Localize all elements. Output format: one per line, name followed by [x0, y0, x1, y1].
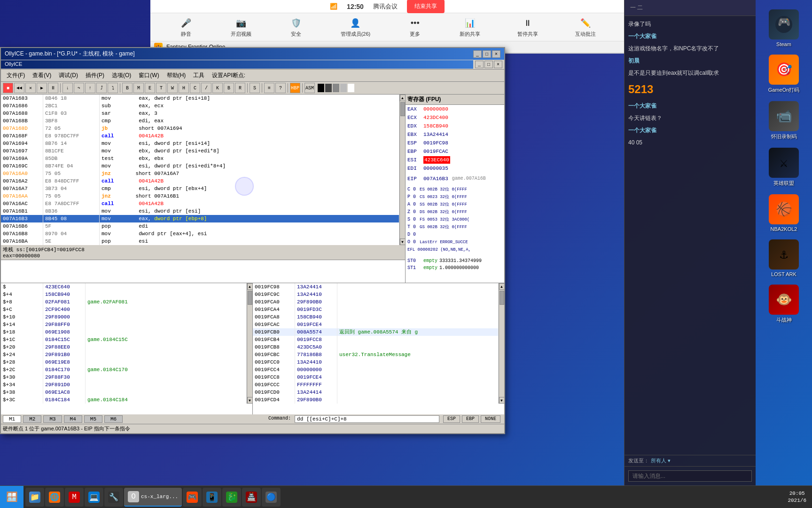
- table-row[interactable]: 007A169C 8B74FE 04 mov esi, dword ptr [e…: [1, 162, 399, 170]
- search-button[interactable]: ?: [275, 83, 286, 93]
- table-row[interactable]: 0019FC98 13A24414: [253, 283, 499, 291]
- hex-button[interactable]: ≡: [264, 83, 274, 93]
- close-proc-button[interactable]: ✕: [25, 83, 36, 93]
- pause-button[interactable]: ⏸: [48, 83, 58, 93]
- taskbar-item-app8[interactable]: 🔵: [262, 488, 281, 507]
- taskbar-item-olly[interactable]: O cs-x_larg...: [124, 488, 182, 507]
- desktop-icon-lol[interactable]: ⚔️ 英雄联盟: [763, 148, 805, 187]
- table-row[interactable]: 007A1683 8B46 18 mov eax, dword ptr [esi…: [1, 95, 399, 102]
- table-row[interactable]: 0019FCA4 0019FD3C: [253, 306, 499, 313]
- menu-debug[interactable]: 调试(D): [55, 71, 82, 80]
- table-row[interactable]: 007A16A2 E8 848DC7FF call 0041A42B: [1, 177, 399, 185]
- menu-tools[interactable]: 工具: [189, 71, 208, 80]
- step-over-button[interactable]: ↷: [74, 83, 84, 93]
- menu-file[interactable]: 文件(F): [3, 71, 29, 80]
- table-row[interactable]: 007A16A7 3B73 04 cmp esi, dword ptr [ebx…: [1, 185, 399, 192]
- mem-map-button[interactable]: M: [133, 83, 144, 93]
- menu-window[interactable]: 窗口(W): [135, 71, 163, 80]
- stop-button[interactable]: ■: [3, 83, 13, 93]
- close-button[interactable]: ×: [492, 50, 500, 58]
- taskbar-item-app4[interactable]: 🎮: [183, 488, 202, 507]
- source-button[interactable]: S: [250, 83, 260, 93]
- menu-api[interactable]: 设置API断点:: [208, 71, 249, 80]
- desktop-icon-record[interactable]: 📹 怀旧录制码: [763, 101, 805, 140]
- table-row[interactable]: 0019FCB0 008A5574 返回到 game.008A5574 来自 g: [253, 328, 499, 336]
- table-row[interactable]: 007A16B1 8B36 mov esi, dword ptr [esi]: [1, 207, 399, 215]
- security-button[interactable]: 🛡️ 安全: [289, 16, 304, 38]
- table-row[interactable]: $+38 069E1AC8: [1, 389, 247, 396]
- stack-vscrollbar[interactable]: ▲ ▼: [499, 283, 504, 404]
- chat-input-field[interactable]: [628, 470, 752, 482]
- stk-scroll-thumb[interactable]: [500, 291, 504, 305]
- mem-scroll-thumb[interactable]: [248, 291, 252, 305]
- animate-into-button[interactable]: ⤵: [108, 83, 118, 93]
- video-button[interactable]: 📷 开启视频: [231, 16, 251, 38]
- end-share-button[interactable]: 结束共享: [407, 0, 445, 13]
- taskbar-item-app1[interactable]: M: [65, 488, 84, 507]
- taskbar-item-browser[interactable]: 🌐: [45, 488, 64, 507]
- table-row[interactable]: $+C 2CF9C400: [1, 306, 247, 313]
- start-button[interactable]: 🪟: [0, 486, 23, 508]
- table-row[interactable]: 007A16B6 5F pop edi: [1, 222, 399, 230]
- desktop-icon-nba[interactable]: 🏀 NBA2KOL2: [763, 194, 805, 232]
- desktop-icon-lostark[interactable]: ⚓ LOST ARK: [763, 239, 805, 277]
- modules-button[interactable]: E: [145, 83, 155, 93]
- animate-over-button[interactable]: ⤴: [96, 83, 107, 93]
- taskbar-item-app3[interactable]: 🔧: [104, 488, 123, 507]
- asm-button[interactable]: ASM: [304, 83, 315, 93]
- table-row[interactable]: 007A16B3 8B45 08 mov eax, dword ptr [ebp…: [1, 215, 399, 222]
- run-button[interactable]: ▶: [37, 83, 47, 93]
- table-row[interactable]: 007A168B 3BF8 cmp edi, eax: [1, 117, 399, 125]
- table-row[interactable]: 007A1686 2BC1 sub eax, ecx: [1, 102, 399, 110]
- sec-close[interactable]: ×: [494, 61, 502, 68]
- table-row[interactable]: 0019FCC0 13A24410: [253, 358, 499, 366]
- table-row[interactable]: 007A16A0 75 05 jnz short 007A16A7: [1, 170, 399, 177]
- command-input[interactable]: [295, 415, 439, 423]
- tab-m5[interactable]: M5: [84, 415, 102, 423]
- more-button[interactable]: ••• 更多: [407, 16, 422, 38]
- table-row[interactable]: $+4 158CB940: [1, 291, 247, 298]
- table-row[interactable]: 0019FCBC 778186B8 user32.TranslateMessag…: [253, 351, 499, 358]
- table-row[interactable]: 0019FCC4 00000000: [253, 366, 499, 373]
- members-button[interactable]: 👤 管理成员(26): [341, 16, 371, 38]
- table-row[interactable]: 007A16B8 8970 04 mov dword ptr [eax+4], …: [1, 230, 399, 238]
- minimize-button[interactable]: _: [473, 50, 482, 58]
- tab-m1[interactable]: M1: [3, 415, 21, 423]
- sec-maximize[interactable]: □: [484, 61, 493, 68]
- disasm-vscrollbar[interactable]: ▲ ▼: [399, 95, 405, 245]
- mute-button[interactable]: 🎤 静音: [179, 16, 194, 38]
- tab-m3[interactable]: M3: [43, 415, 62, 423]
- menu-help[interactable]: 帮助(H): [163, 71, 190, 80]
- table-row[interactable]: 007A1688 C1F8 03 sar eax, 3: [1, 110, 399, 117]
- table-row[interactable]: 007A168D 72 05 jb short 007A1694: [1, 125, 399, 132]
- table-row[interactable]: 007A1697 8B1CFE mov ebx, dword ptr [esi+…: [1, 147, 399, 155]
- tab-m4[interactable]: M4: [64, 415, 82, 423]
- memory-vscrollbar[interactable]: ▲ ▼: [247, 283, 252, 404]
- table-row[interactable]: 007A169A 85DB test ebx, ebx: [1, 155, 399, 162]
- restart-button[interactable]: ◄◄: [14, 83, 24, 93]
- tab-m6[interactable]: M6: [104, 415, 123, 423]
- taskbar-item-app5[interactable]: 📱: [203, 488, 221, 507]
- table-row[interactable]: $+3C 0184C184 game.0184C184: [1, 396, 247, 404]
- table-row[interactable]: $+34 29F891D0: [1, 381, 247, 389]
- maximize-button[interactable]: □: [483, 50, 491, 58]
- table-row[interactable]: $+30 29F88F30: [1, 373, 247, 381]
- annotate-button[interactable]: ✏️ 互动批注: [575, 16, 596, 38]
- table-row[interactable]: $+24 29F891B0: [1, 351, 247, 358]
- table-row[interactable]: 0019FCC8 0019FCE4: [253, 373, 499, 381]
- taskbar-item-app6[interactable]: 🐉: [222, 488, 241, 507]
- table-row[interactable]: 007A16AC E8 7A8DC7FF call 0041A42B: [1, 200, 399, 207]
- table-row[interactable]: 0019FCD0 13A24414: [253, 389, 499, 396]
- menu-plugin[interactable]: 插件(P): [82, 71, 108, 80]
- share-button[interactable]: 📊 新的共享: [460, 16, 480, 38]
- handles-button[interactable]: H: [179, 83, 189, 93]
- cpu-button[interactable]: C: [190, 83, 200, 93]
- desktop-icon-dzs[interactable]: 🐵 斗战神: [763, 285, 805, 324]
- table-row[interactable]: $+10 29F89000: [1, 313, 247, 321]
- table-row[interactable]: $+18 069E1908: [1, 328, 247, 336]
- stk-scroll-up[interactable]: ▲: [499, 283, 505, 290]
- table-row[interactable]: 0019FCA8 158CB940: [253, 313, 499, 321]
- mem-scroll-down[interactable]: ▼: [247, 397, 253, 404]
- table-row[interactable]: 0019FCD4 29F890B0: [253, 396, 499, 404]
- table-row[interactable]: 0019FCAC 0019FCE4: [253, 321, 499, 328]
